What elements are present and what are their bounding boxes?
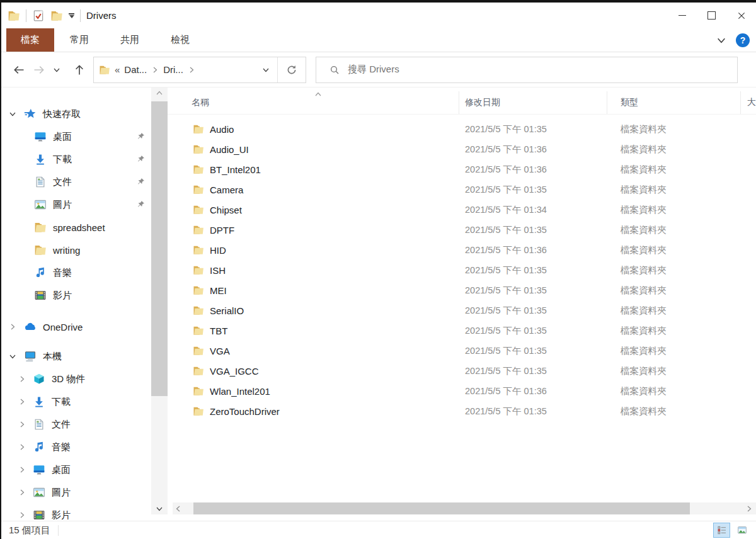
- file-row[interactable]: Wlan_Intel201 2021/5/5 下午 01:36 檔案資料夾: [168, 381, 756, 401]
- address-dropdown-button[interactable]: [255, 66, 277, 74]
- chevron-right-icon[interactable]: [18, 443, 26, 451]
- sidebar-item-pc-documents[interactable]: 文件: [1, 413, 151, 436]
- folder-icon: [193, 224, 204, 235]
- file-row[interactable]: Camera 2021/5/5 下午 01:35 檔案資料夾: [168, 179, 756, 200]
- status-bar: 15 個項目: [1, 521, 756, 539]
- sidebar-item-downloads-pinned[interactable]: 下載: [1, 148, 151, 171]
- collapse-ribbon-icon[interactable]: [716, 35, 726, 45]
- file-row[interactable]: SerialIO 2021/5/5 下午 01:35 檔案資料夾: [168, 300, 756, 321]
- sidebar-item-this-pc[interactable]: 本機: [1, 345, 151, 368]
- file-row[interactable]: ZeroTouchDriver 2021/5/5 下午 01:35 檔案資料夾: [168, 401, 756, 421]
- up-button[interactable]: [69, 59, 89, 81]
- sidebar-item-pc-desktop[interactable]: 桌面: [1, 458, 151, 481]
- chevron-right-icon[interactable]: [18, 398, 26, 406]
- file-row[interactable]: BT_Intel201 2021/5/5 下午 01:36 檔案資料夾: [168, 159, 756, 179]
- minimize-button[interactable]: [667, 3, 697, 28]
- file-row[interactable]: DPTF 2021/5/5 下午 01:35 檔案資料夾: [168, 220, 756, 240]
- chevron-right-icon[interactable]: [18, 511, 26, 519]
- document-icon: [33, 418, 45, 431]
- close-button[interactable]: [726, 3, 756, 28]
- column-header-type[interactable]: 類型: [607, 91, 741, 114]
- tab-home[interactable]: 常用: [54, 28, 105, 52]
- scroll-down-icon[interactable]: [151, 503, 168, 514]
- address-bar[interactable]: « Dat... Dri...: [93, 57, 306, 83]
- file-row[interactable]: VGA 2021/5/5 下午 01:35 檔案資料夾: [168, 341, 756, 361]
- sidebar-item-quick-access[interactable]: 快速存取: [1, 103, 151, 125]
- sidebar-item-3d-objects[interactable]: 3D 物件: [1, 368, 151, 390]
- scrollbar-thumb[interactable]: [151, 101, 168, 396]
- sidebar-item-pc-videos[interactable]: 影片: [1, 504, 151, 521]
- horizontal-scrollbar[interactable]: [173, 502, 756, 514]
- sidebar-item-pc-downloads[interactable]: 下載: [1, 390, 151, 413]
- breadcrumb-segment[interactable]: Dri...: [163, 64, 183, 75]
- sidebar-item-writing[interactable]: writing: [1, 239, 151, 261]
- column-header-name[interactable]: 名稱: [168, 91, 459, 114]
- chevron-right-icon[interactable]: [18, 375, 26, 383]
- folder-icon: [193, 164, 204, 175]
- sidebar-item-videos[interactable]: 影片: [1, 284, 151, 307]
- chevron-right-icon[interactable]: [188, 66, 195, 74]
- chevron-down-icon[interactable]: [9, 110, 16, 118]
- scroll-right-icon[interactable]: [743, 502, 755, 514]
- maximize-button[interactable]: [697, 3, 726, 28]
- scrollbar-thumb[interactable]: [193, 502, 690, 514]
- forward-button[interactable]: [29, 59, 49, 81]
- sidebar-item-music[interactable]: 音樂: [1, 261, 151, 284]
- file-date: 2021/5/5 下午 01:35: [459, 305, 607, 317]
- chevron-right-icon[interactable]: [18, 421, 26, 428]
- download-icon: [33, 395, 45, 408]
- sidebar-item-pictures-pinned[interactable]: 圖片: [1, 193, 151, 216]
- file-row[interactable]: Audio_UI 2021/5/5 下午 01:36 檔案資料夾: [168, 139, 756, 159]
- ribbon-tab-bar: 檔案 常用 共用 檢視 ?: [1, 28, 756, 52]
- file-name: Audio: [210, 124, 234, 135]
- chevron-down-icon[interactable]: [9, 353, 16, 360]
- navigation-bar: « Dat... Dri... 搜尋 Drivers: [1, 52, 756, 88]
- tab-view[interactable]: 檢視: [155, 28, 205, 52]
- properties-check-icon[interactable]: [32, 9, 45, 22]
- sidebar-item-onedrive[interactable]: OneDrive: [1, 315, 151, 338]
- breadcrumb-segment[interactable]: Dat...: [124, 64, 147, 75]
- column-header-size[interactable]: 大小: [741, 91, 756, 114]
- file-row[interactable]: Audio 2021/5/5 下午 01:35 檔案資料夾: [168, 119, 756, 139]
- file-row[interactable]: ISH 2021/5/5 下午 01:35 檔案資料夾: [168, 260, 756, 280]
- folder-icon: [193, 285, 204, 296]
- sidebar-item-pc-music[interactable]: 音樂: [1, 436, 151, 458]
- file-row[interactable]: HID 2021/5/5 下午 01:36 檔案資料夾: [168, 240, 756, 260]
- sidebar-item-pc-pictures[interactable]: 圖片: [1, 481, 151, 504]
- sidebar-item-spreadsheet[interactable]: spreadsheet: [1, 216, 151, 239]
- recent-locations-button[interactable]: [49, 59, 64, 81]
- file-row[interactable]: VGA_IGCC 2021/5/5 下午 01:35 檔案資料夾: [168, 361, 756, 381]
- chevron-right-icon[interactable]: [18, 489, 26, 496]
- file-type: 檔案資料夾: [607, 123, 741, 135]
- view-toggle: [713, 523, 750, 538]
- new-folder-icon[interactable]: [50, 9, 63, 22]
- column-header-date-modified[interactable]: 修改日期: [459, 91, 607, 114]
- folder-icon: [193, 204, 204, 215]
- file-row[interactable]: Chipset 2021/5/5 下午 01:34 檔案資料夾: [168, 200, 756, 220]
- sort-ascending-icon: [314, 91, 322, 98]
- customize-toolbar-icon[interactable]: [69, 13, 74, 18]
- sidebar-item-documents-pinned[interactable]: 文件: [1, 171, 151, 193]
- music-icon: [34, 266, 47, 279]
- scroll-up-icon[interactable]: [151, 88, 168, 99]
- pin-icon: [137, 132, 145, 140]
- file-name: Chipset: [210, 205, 242, 215]
- search-box[interactable]: 搜尋 Drivers: [316, 57, 738, 83]
- file-row[interactable]: TBT 2021/5/5 下午 01:35 檔案資料夾: [168, 321, 756, 341]
- chevron-right-icon[interactable]: [151, 66, 159, 74]
- tab-share[interactable]: 共用: [105, 28, 155, 52]
- chevron-right-icon[interactable]: [9, 323, 16, 331]
- sidebar-item-desktop-pinned[interactable]: 桌面: [1, 125, 151, 148]
- tab-file[interactable]: 檔案: [6, 28, 54, 52]
- file-row[interactable]: MEI 2021/5/5 下午 01:35 檔案資料夾: [168, 280, 756, 300]
- refresh-button[interactable]: [277, 57, 306, 82]
- breadcrumb-overflow[interactable]: «: [115, 64, 120, 75]
- help-button[interactable]: ?: [736, 33, 750, 47]
- sidebar-scrollbar[interactable]: [151, 88, 168, 514]
- details-view-button[interactable]: [713, 523, 730, 538]
- file-date: 2021/5/5 下午 01:35: [459, 224, 607, 236]
- thumbnails-view-button[interactable]: [733, 523, 750, 538]
- chevron-right-icon[interactable]: [18, 466, 26, 474]
- scroll-left-icon[interactable]: [173, 502, 184, 514]
- back-button[interactable]: [9, 59, 29, 81]
